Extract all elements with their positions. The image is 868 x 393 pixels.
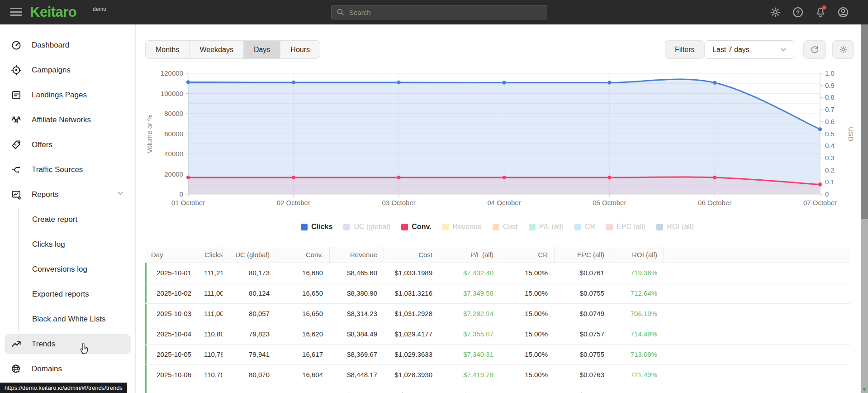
column-header-roi-all-[interactable]: ROI (all) (611, 247, 664, 263)
column-header-day[interactable]: Day (145, 247, 198, 263)
sidebar-item-label: Landings Pages (32, 91, 87, 100)
column-header-clicks[interactable]: Clicks (198, 247, 223, 263)
series-area-conv (188, 177, 820, 194)
sidebar-item-trends[interactable]: Trends (5, 334, 131, 354)
cell-clicks: 110,79 (198, 345, 223, 364)
sidebar-item-reports[interactable]: Reports (0, 182, 135, 207)
data-point (292, 81, 295, 84)
legend-label: Conv. (412, 223, 431, 231)
x-tick-label: 03 October (382, 199, 416, 206)
cell-epc-all-: $0.0749 (554, 304, 611, 324)
cell-roi-all-: 723.76% (611, 385, 664, 393)
domains-icon (11, 364, 22, 374)
sidebar-item-label: Dashboard (32, 41, 69, 50)
column-header-conv-[interactable]: Conv. (276, 247, 329, 263)
tab-months[interactable]: Months (146, 41, 190, 58)
brand-logo[interactable]: Keitaro (30, 4, 76, 20)
sidebar-item-black-and-white-lists[interactable]: Black and White Lists (19, 307, 135, 331)
legend-item-epc-all-[interactable]: EPC (all) (606, 223, 645, 231)
right-tick-label: 0.7 (825, 105, 835, 113)
sidebar: DashboardCampaignsLandings PagesAffiliat… (0, 24, 136, 393)
sidebar-item-conversions-log[interactable]: Conversions log (19, 257, 135, 282)
column-header-cost[interactable]: Cost (384, 247, 439, 263)
legend-item-clicks[interactable]: Clicks (301, 223, 332, 231)
cell-day: 2025-10-04 (145, 324, 198, 344)
column-header-uc-global-[interactable]: UC (global) (223, 247, 276, 263)
cell-p-l-all-: $7,419.78 (439, 365, 500, 385)
cell-clicks: 110,80 (198, 324, 223, 344)
legend-swatch (529, 224, 536, 230)
help-icon[interactable]: ? (792, 6, 804, 18)
legend-item-p-l-all-[interactable]: P/L (all) (529, 223, 564, 231)
legend-item-cost[interactable]: Cost (493, 223, 518, 231)
tab-weekdays[interactable]: Weekdays (190, 41, 243, 58)
cell-revenue: $4,932.34 (329, 385, 384, 393)
hamburger-menu-icon[interactable] (10, 8, 22, 17)
filters-button[interactable]: Filters (665, 40, 705, 59)
legend-item-uc-global-[interactable]: UC (global) (343, 223, 390, 231)
sidebar-item-offers[interactable]: $Offers (0, 132, 135, 157)
cell-day: 2025-10-05 (145, 345, 198, 364)
column-header-revenue[interactable]: Revenue (329, 247, 384, 263)
sidebar-item-create-report[interactable]: Create report (19, 207, 135, 232)
scrollbar-thumb[interactable] (861, 24, 868, 219)
table-row: 2025-10-06110,7080,07016,604$8,448.17$1,… (145, 365, 850, 385)
search-input[interactable] (349, 9, 542, 16)
right-axis-title: USD (847, 127, 855, 141)
cell-roi-all-: 712.64% (611, 283, 664, 303)
sidebar-item-domains[interactable]: Domains (0, 356, 135, 381)
cell-revenue: $8,448.17 (329, 365, 384, 385)
data-point (502, 176, 506, 179)
sidebar-item-campaigns[interactable]: Campaigns (0, 58, 135, 82)
date-range-select[interactable]: Last 7 days (705, 40, 794, 59)
cell-roi-all-: 719.36% (611, 263, 664, 283)
sidebar-item-exported-reports[interactable]: Exported reports (19, 282, 135, 307)
column-header-cr[interactable]: CR (500, 247, 554, 263)
legend-item-revenue[interactable]: Revenue (442, 223, 482, 231)
cell-p-l-all-: $7,349.58 (439, 283, 500, 303)
account-user-icon[interactable] (837, 6, 849, 18)
legend-item-conv-[interactable]: Conv. (401, 223, 431, 231)
cell-conv-: 16,680 (276, 263, 329, 283)
chevron-down-icon[interactable] (116, 189, 124, 200)
cell-cr: 15.00% (500, 263, 554, 283)
search-box[interactable] (331, 5, 547, 19)
cell-clicks: 111,21 (198, 263, 223, 283)
sidebar-item-landings-pages[interactable]: Landings Pages (0, 82, 135, 107)
scroll-down-arrow-icon (863, 388, 866, 391)
cell-filler (664, 304, 850, 324)
cell-cr: 15.00% (500, 324, 554, 344)
refresh-button[interactable] (803, 40, 826, 59)
cell-cr: 15.00% (500, 385, 554, 393)
notification-badge (822, 5, 826, 10)
dashboard-icon (11, 40, 22, 51)
sidebar-item-clicks-log[interactable]: Clicks log (19, 232, 135, 257)
sidebar-item-affiliate-networks[interactable]: Affiliate Networks (0, 107, 135, 132)
cell-roi-all-: 713.09% (611, 345, 664, 364)
chart-settings-button[interactable] (832, 40, 854, 59)
legend-item-roi-all-[interactable]: ROI (all) (656, 223, 694, 231)
settings-gear-icon[interactable] (769, 6, 781, 18)
column-header-epc-all-[interactable]: EPC (all) (554, 247, 611, 263)
right-tick-label: 0.9 (825, 81, 835, 89)
sidebar-item-dashboard[interactable]: Dashboard (0, 33, 135, 58)
sidebar-item-traffic-sources[interactable]: Traffic Sources (0, 157, 135, 182)
cell-conv-: 9,648 (276, 385, 329, 393)
legend-swatch (493, 224, 499, 230)
table-row: 2025-10-05110,7979,94116,617$8,369.67$1,… (145, 345, 850, 365)
tab-days[interactable]: Days (244, 41, 280, 58)
left-tick-label: 100000 (161, 90, 183, 97)
affiliate-icon (11, 115, 22, 125)
cell-uc-global-: 80,124 (223, 283, 276, 303)
legend-label: Revenue (453, 223, 482, 231)
legend-item-cr[interactable]: CR (574, 223, 595, 231)
cell-roi-all-: 721.49% (611, 365, 664, 385)
cell-p-l-all-: $4,334.14 (439, 385, 500, 393)
cell-clicks: 110,70 (198, 365, 223, 385)
column-header-p-l-all-[interactable]: P/L (all) (439, 247, 500, 263)
notifications-bell-icon[interactable] (815, 6, 826, 18)
data-point (607, 81, 611, 84)
tab-hours[interactable]: Hours (280, 41, 320, 58)
page-scrollbar[interactable] (861, 24, 868, 393)
reports-submenu: Create reportClicks logConversions logEx… (18, 207, 135, 331)
